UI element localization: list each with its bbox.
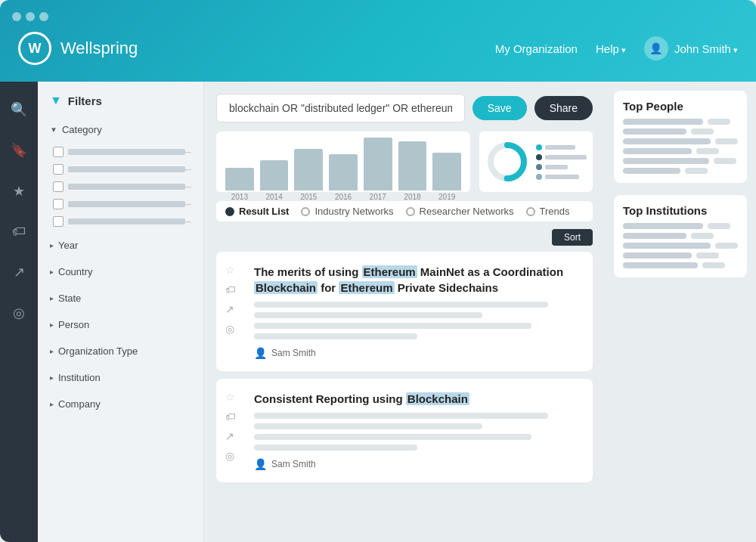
search-input[interactable] [216, 94, 465, 122]
bar-label: 2016 [335, 193, 352, 201]
category-items: ··· ··· ··· [50, 144, 191, 229]
inst-line-row [623, 223, 738, 229]
filter-group-category: ▼ Category ··· ··· [50, 119, 191, 229]
share-icon-1[interactable]: ↗ [225, 303, 236, 315]
org-type-label: Organization Type [58, 345, 138, 357]
bar-col-2013: 2013 [225, 168, 254, 201]
filters-header: ▼ Filters [50, 94, 191, 107]
institution-header[interactable]: ▸ Institution [50, 367, 191, 388]
dot-green [39, 12, 48, 21]
org-type-header[interactable]: ▸ Organization Type [50, 341, 191, 361]
year-label: Year [58, 240, 78, 251]
legend-bar-4 [545, 175, 579, 179]
user-name[interactable]: John Smith [674, 42, 738, 55]
category-checkbox-1[interactable] [53, 147, 64, 157]
tab-researcher-networks[interactable]: Researcher Networks [406, 206, 514, 217]
my-org-link[interactable]: My Organization [495, 42, 578, 55]
card-actions-2: ☆ 🏷 ↗ ◎ [225, 391, 236, 462]
legend-dot-3 [536, 164, 542, 170]
country-label: Country [58, 266, 93, 277]
card-line [254, 323, 531, 329]
category-bar-1 [68, 149, 185, 155]
tag-icon-1[interactable]: 🏷 [225, 283, 236, 296]
inst-line-short [702, 262, 725, 268]
share-button[interactable]: Share [534, 96, 593, 120]
highlight-ethereum-2: Ethereum [339, 281, 394, 294]
category-arrow-icon: ▼ [50, 125, 57, 134]
main-content: Save Share 2013 2014 2015 [204, 82, 605, 542]
search-nav-icon[interactable]: 🔍 [6, 97, 32, 122]
bar-rect [398, 141, 427, 190]
app-name: Wellspring [60, 39, 138, 58]
people-line-row [623, 129, 738, 135]
country-header[interactable]: ▸ Country [50, 262, 191, 282]
tab-trends[interactable]: Trends [526, 206, 570, 217]
filter-icon: ▼ [50, 94, 62, 107]
share-icon-2[interactable]: ↗ [225, 430, 236, 442]
bar-col-2018: 2018 [398, 141, 427, 201]
filter-group-person: ▸ Person [50, 314, 191, 335]
card-line [254, 312, 482, 318]
year-header[interactable]: ▸ Year [50, 235, 191, 256]
card-line [254, 444, 417, 451]
sort-button[interactable]: Sort [552, 229, 593, 246]
results-area: ☆ 🏷 ↗ ◎ The merits of using Ethereum Mai… [216, 252, 593, 530]
category-checkbox-2[interactable] [53, 164, 64, 175]
view-icon-1[interactable]: ◎ [225, 323, 236, 335]
category-header[interactable]: ▼ Category [50, 119, 191, 140]
tab-result-list[interactable]: Result List [225, 206, 289, 217]
inst-line-row [623, 252, 738, 259]
bar-rect [260, 160, 289, 190]
star-nav-icon[interactable]: ★ [8, 178, 29, 204]
company-header[interactable]: ▸ Company [50, 394, 191, 414]
card-line [254, 413, 548, 419]
category-checkbox-3[interactable] [53, 181, 64, 192]
legend-dot-1 [536, 144, 542, 150]
bar-label: 2014 [265, 193, 282, 201]
person-header[interactable]: ▸ Person [50, 314, 191, 335]
people-line [623, 129, 686, 135]
view-icon-2[interactable]: ◎ [225, 450, 236, 462]
people-line [623, 158, 709, 164]
category-checkbox-4[interactable] [53, 199, 64, 209]
people-line-row [623, 158, 738, 164]
category-item: ··· [53, 197, 191, 212]
bar-label: 2015 [300, 193, 317, 201]
user-avatar-icon: 👤 [644, 36, 668, 60]
save-button[interactable]: Save [472, 96, 527, 120]
people-line-short [696, 148, 719, 154]
category-item: ··· [53, 214, 191, 229]
tab-industry-networks[interactable]: Industry Networks [301, 206, 393, 217]
bar-rect [225, 168, 254, 190]
bookmark-nav-icon[interactable]: 🔖 [6, 138, 32, 163]
filter-group-institution: ▸ Institution [50, 367, 191, 388]
people-line [623, 138, 711, 144]
user-menu[interactable]: 👤 John Smith [644, 36, 738, 60]
star-icon-1[interactable]: ☆ [225, 264, 236, 276]
author-name-2: Sam Smith [271, 459, 316, 469]
result-title-2: Consistent Reporting using Blockchain [254, 391, 581, 407]
share-nav-icon[interactable]: ↗ [9, 259, 29, 285]
card-line [254, 333, 417, 339]
people-line-short [715, 138, 738, 144]
logo-letter: W [29, 41, 42, 57]
tag-icon-2[interactable]: 🏷 [225, 410, 236, 423]
inst-line-short [715, 243, 738, 249]
card-author-1: 👤 Sam Smith [254, 347, 581, 359]
help-link[interactable]: Help [596, 42, 626, 55]
tag-nav-icon[interactable]: 🏷 [8, 219, 30, 244]
people-line-short [708, 119, 730, 125]
institution-label: Institution [58, 372, 101, 383]
globe-nav-icon[interactable]: ◎ [8, 300, 29, 326]
category-checkbox-5[interactable] [53, 216, 64, 227]
tab-radio-result-list [225, 207, 234, 216]
tab-radio-trends [526, 207, 535, 216]
star-icon-2[interactable]: ☆ [225, 391, 236, 403]
inst-line-row [623, 262, 738, 268]
bar-chart: 2013 2014 2015 2016 [216, 132, 470, 192]
top-people-lines [623, 119, 738, 174]
state-header[interactable]: ▸ State [50, 288, 191, 308]
legend-bar-1 [545, 145, 575, 150]
card-line [254, 434, 531, 440]
people-line [623, 148, 692, 154]
